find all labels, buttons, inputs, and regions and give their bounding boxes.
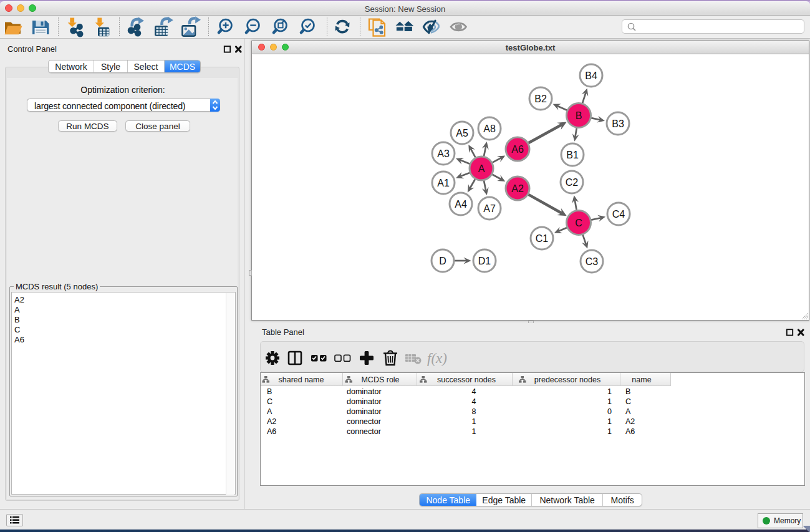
svg-text:A6: A6	[625, 427, 635, 436]
svg-text:C: C	[267, 397, 272, 406]
svg-text:8: 8	[472, 407, 476, 416]
svg-text:D1: D1	[478, 256, 491, 266]
svg-text:A2: A2	[511, 183, 524, 194]
svg-text:1: 1	[472, 417, 476, 426]
svg-text:0: 0	[607, 407, 612, 416]
svg-text:4: 4	[472, 397, 476, 406]
svg-text:predecessor nodes: predecessor nodes	[534, 375, 600, 384]
svg-text:C1: C1	[536, 233, 549, 244]
svg-text:1: 1	[607, 387, 612, 396]
svg-text:A2: A2	[625, 417, 635, 426]
svg-text:C: C	[575, 218, 582, 228]
svg-text:A5: A5	[456, 128, 468, 138]
svg-text:B2: B2	[534, 94, 547, 104]
svg-text:1: 1	[607, 427, 612, 436]
svg-text:B3: B3	[612, 118, 624, 129]
svg-text:A4: A4	[455, 199, 467, 210]
svg-text:C4: C4	[612, 209, 625, 220]
svg-text:dominator: dominator	[347, 397, 382, 406]
svg-text:B: B	[625, 387, 630, 396]
svg-text:f(x): f(x)	[427, 351, 447, 366]
svg-text:A6: A6	[267, 427, 276, 436]
svg-text:C: C	[625, 397, 631, 406]
svg-text:connector: connector	[347, 427, 381, 436]
svg-text:4: 4	[472, 387, 476, 396]
svg-text:1: 1	[607, 397, 612, 406]
svg-text:dominator: dominator	[347, 407, 382, 416]
svg-text:1: 1	[607, 417, 612, 426]
svg-text:A8: A8	[483, 123, 496, 134]
svg-text:dominator: dominator	[347, 387, 382, 396]
svg-text:A: A	[478, 163, 485, 174]
svg-text:A3: A3	[437, 148, 450, 159]
svg-text:1: 1	[472, 427, 476, 436]
svg-text:A2: A2	[267, 417, 276, 426]
svg-text:successor nodes: successor nodes	[437, 375, 496, 384]
svg-text:MCDS role: MCDS role	[361, 375, 399, 384]
svg-text:A: A	[267, 407, 272, 416]
svg-text:C3: C3	[586, 256, 599, 267]
svg-text:A6: A6	[511, 144, 524, 155]
svg-text:B: B	[576, 110, 582, 121]
svg-text:name: name	[632, 375, 651, 384]
svg-text:C2: C2	[566, 177, 579, 188]
svg-text:B: B	[267, 387, 272, 396]
svg-text:D: D	[439, 256, 446, 266]
svg-text:B1: B1	[566, 150, 579, 160]
svg-text:A: A	[625, 407, 631, 416]
svg-text:A7: A7	[483, 203, 496, 214]
svg-text:connector: connector	[347, 417, 381, 426]
svg-text:A1: A1	[437, 178, 450, 188]
svg-text:shared name: shared name	[279, 375, 324, 384]
svg-text:B4: B4	[585, 70, 597, 81]
